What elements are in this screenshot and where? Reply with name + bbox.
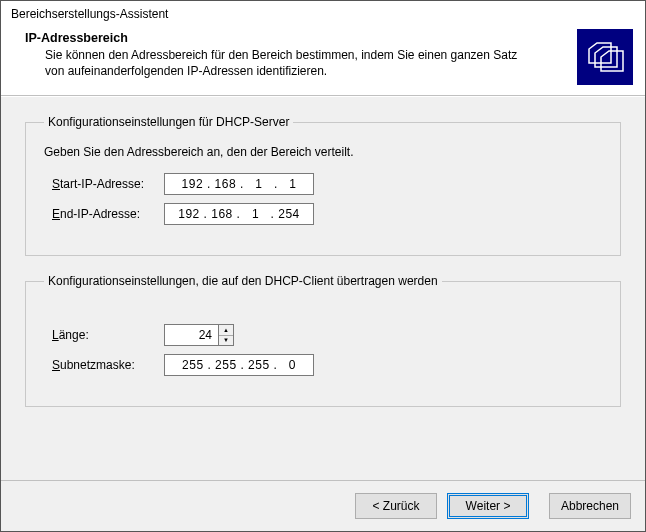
page-title: IP-Adressbereich bbox=[25, 31, 569, 45]
window-title: Bereichserstellungs-Assistent bbox=[1, 1, 645, 25]
cancel-button[interactable]: Abbrechen bbox=[549, 493, 631, 519]
group-dhcp-server-legend: Konfigurationseinstellungen für DHCP-Ser… bbox=[44, 115, 293, 129]
wizard-content: Konfigurationseinstellungen für DHCP-Ser… bbox=[1, 96, 645, 480]
length-label: Länge: bbox=[44, 328, 164, 342]
end-ip-input[interactable] bbox=[164, 203, 314, 225]
row-subnet-mask: Subnetzmaske: bbox=[44, 354, 602, 376]
length-spin-up[interactable]: ▲ bbox=[219, 325, 233, 336]
start-ip-input[interactable] bbox=[164, 173, 314, 195]
length-input[interactable] bbox=[164, 324, 218, 346]
back-button[interactable]: < Zurück bbox=[355, 493, 437, 519]
length-spin-down[interactable]: ▼ bbox=[219, 336, 233, 346]
subnet-mask-input[interactable] bbox=[164, 354, 314, 376]
length-stepper[interactable]: ▲ ▼ bbox=[164, 324, 234, 346]
group-dhcp-client: Konfigurationseinstellungen, die auf den… bbox=[25, 274, 621, 407]
start-ip-label: Start-IP-Adresse: bbox=[44, 177, 164, 191]
group-dhcp-server: Konfigurationseinstellungen für DHCP-Ser… bbox=[25, 115, 621, 256]
subnet-mask-label: Subnetzmaske: bbox=[44, 358, 164, 372]
group-dhcp-client-legend: Konfigurationseinstellungen, die auf den… bbox=[44, 274, 442, 288]
wizard-window: Bereichserstellungs-Assistent IP-Adressb… bbox=[0, 0, 646, 532]
page-description: Sie können den Adressbereich für den Ber… bbox=[25, 45, 525, 79]
range-instruction: Geben Sie den Adressbereich an, den der … bbox=[44, 145, 602, 159]
row-start-ip: Start-IP-Adresse: bbox=[44, 173, 602, 195]
row-length: Länge: ▲ ▼ bbox=[44, 324, 602, 346]
wizard-folders-icon bbox=[577, 29, 633, 85]
end-ip-label: End-IP-Adresse: bbox=[44, 207, 164, 221]
next-button[interactable]: Weiter > bbox=[447, 493, 529, 519]
row-end-ip: End-IP-Adresse: bbox=[44, 203, 602, 225]
wizard-footer: < Zurück Weiter > Abbrechen bbox=[1, 480, 645, 531]
wizard-header: IP-Adressbereich Sie können den Adressbe… bbox=[1, 25, 645, 96]
